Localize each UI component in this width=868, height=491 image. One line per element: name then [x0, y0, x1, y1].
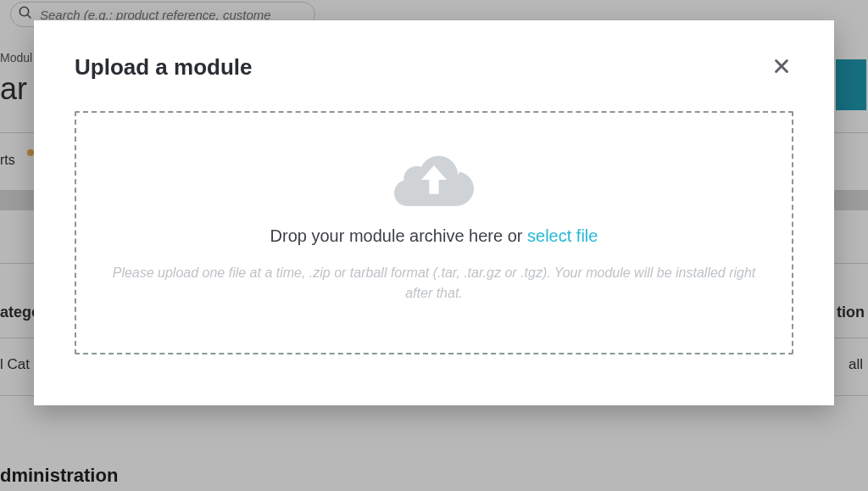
drop-instruction: Drop your module archive here or select … — [97, 226, 771, 246]
cloud-upload-icon — [394, 148, 474, 208]
upload-module-modal: Upload a module Drop your module archive… — [34, 20, 834, 405]
drop-help-text: Please upload one file at a time, .zip o… — [103, 263, 765, 304]
close-button[interactable] — [770, 56, 793, 80]
drop-text-static: Drop your module archive here or — [270, 226, 527, 245]
close-icon — [772, 57, 791, 79]
dropzone[interactable]: Drop your module archive here or select … — [75, 111, 793, 354]
modal-title: Upload a module — [75, 54, 252, 81]
select-file-link[interactable]: select file — [527, 226, 598, 245]
